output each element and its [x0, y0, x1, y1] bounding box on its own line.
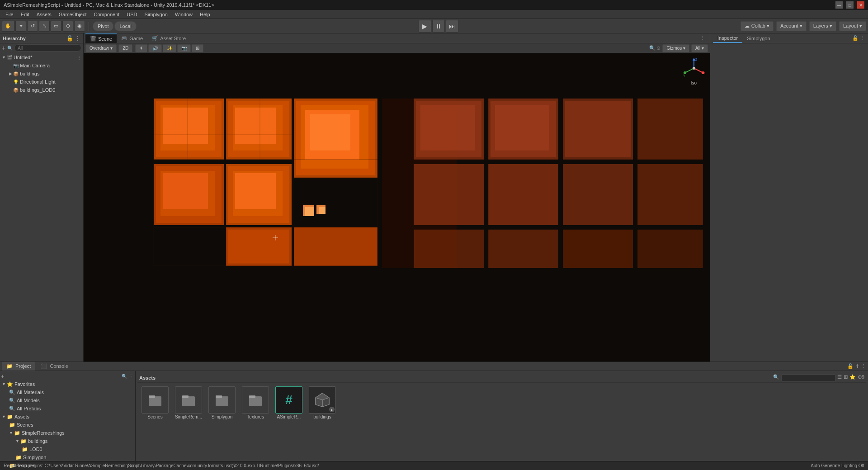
menu-edit[interactable]: Edit — [17, 11, 33, 18]
draw-mode-button[interactable]: Overdraw ▾ — [85, 44, 117, 52]
pt-label-buildings-sub: buildings — [28, 438, 47, 444]
bottom-menu-icon[interactable]: ⋮ — [861, 363, 866, 369]
pt-buildings-sub[interactable]: ▼ 📁 buildings — [0, 437, 135, 445]
hierarchy-item-maincamera[interactable]: ▶ 📷 Main Camera — [0, 61, 83, 70]
bottom-maximize-icon[interactable]: ⬆ — [855, 363, 859, 369]
scene-view[interactable]: Z X Y Iso — [84, 53, 710, 362]
camera-icon: 📷 — [13, 63, 19, 68]
menu-component[interactable]: Component — [90, 11, 123, 18]
asset-textures-label: Textures — [247, 414, 264, 419]
tab-game[interactable]: 🎮 Game — [117, 33, 147, 43]
inspector-tab-label: Inspector — [717, 35, 738, 41]
tab-project[interactable]: 📁 Project — [2, 362, 35, 371]
asset-buildings[interactable]: ▶ buildings — [307, 386, 338, 419]
project-menu-icon[interactable]: ⋮ — [129, 374, 133, 379]
scene-camera-button[interactable]: 📷 — [177, 44, 191, 52]
pt-assets[interactable]: ▼ 📁 Assets — [0, 413, 135, 421]
transform-tool-button[interactable]: ⊕ — [62, 21, 73, 32]
menu-usd[interactable]: USD — [123, 11, 141, 18]
arrow-simpleremeshings: ▼ — [9, 431, 13, 435]
hand-tool-button[interactable]: ✋ — [2, 21, 14, 32]
rotate-tool-button[interactable]: ↺ — [27, 21, 38, 32]
account-button[interactable]: Account ▾ — [776, 21, 807, 31]
pause-button[interactable]: ⏸ — [432, 20, 445, 33]
asset-simplygon[interactable]: Simplygon — [206, 386, 238, 419]
2d-mode-button[interactable]: 2D — [118, 44, 132, 52]
pt-favorites[interactable]: ▼ ⭐ Favorites — [0, 380, 135, 388]
assets-list-icon[interactable]: ☰ — [837, 374, 842, 381]
lighting-button[interactable]: ☀ — [135, 44, 147, 52]
pt-lod0[interactable]: 📁 LOD0 — [0, 445, 135, 453]
hierarchy-lock-icon[interactable]: 🔓 — [66, 35, 73, 42]
collab-label: Collab ▾ — [751, 23, 769, 29]
search-layers-btn[interactable]: ⊙ — [656, 45, 660, 51]
minimize-button[interactable]: — — [835, 1, 843, 9]
hierarchy-label-maincamera: Main Camera — [20, 63, 50, 68]
layers-filter-button[interactable]: All ▾ — [691, 44, 708, 52]
hierarchy-search-input[interactable] — [14, 44, 81, 52]
assets-search-input[interactable] — [781, 374, 835, 381]
tab-console[interactable]: ⬛ Console — [36, 362, 72, 371]
svg-rect-41 — [563, 230, 633, 268]
menu-window[interactable]: Window — [171, 11, 196, 18]
menu-help[interactable]: Help — [196, 11, 214, 18]
svg-text:X: X — [703, 71, 705, 75]
axis-gizmo[interactable]: Z X Y Iso — [681, 57, 706, 89]
scene-tab-menu[interactable]: ⋮ — [698, 35, 708, 41]
custom-tool-button[interactable]: ◉ — [74, 21, 85, 32]
hierarchy-item-menu[interactable]: ⋮ — [77, 55, 83, 60]
search-models-icon: 🔍 — [9, 398, 15, 404]
pt-allmaterials[interactable]: 🔍 All Materials — [0, 388, 135, 396]
menu-assets[interactable]: Assets — [33, 11, 55, 18]
right-panel-icons: 🔓 ⋮ — [852, 35, 865, 41]
tab-simplygon[interactable]: Simplygon — [742, 34, 774, 42]
menu-file[interactable]: File — [2, 11, 17, 18]
menu-simplygon[interactable]: Simplygon — [141, 11, 171, 18]
maximize-button[interactable]: □ — [846, 1, 854, 9]
rect-tool-button[interactable]: ▭ — [51, 21, 61, 32]
tab-inspector[interactable]: Inspector — [713, 34, 742, 43]
tab-scene[interactable]: 🎬 Scene — [85, 33, 117, 43]
hierarchy-add-icon[interactable]: + — [2, 44, 5, 52]
assets-toolbar: 🔍 ☰ ⊞ ⭐ ⊙9 — [773, 374, 864, 381]
hierarchy-menu-icon[interactable]: ⋮ — [75, 35, 80, 42]
close-button[interactable]: ✕ — [857, 1, 864, 9]
pivot-button[interactable]: Pivot — [93, 21, 113, 31]
gizmos-button[interactable]: Gizmos ▾ — [662, 44, 689, 52]
scale-tool-button[interactable]: ⤡ — [39, 21, 50, 32]
hierarchy-item-untitled[interactable]: ▼ 🎬 Untitled* ⋮ — [0, 53, 83, 61]
collab-button[interactable]: ☁ Collab ▾ — [741, 21, 774, 31]
hierarchy-item-buildings[interactable]: ▶ 📦 buildings — [0, 70, 83, 78]
asset-textures[interactable]: Textures — [240, 386, 271, 419]
pt-scenes[interactable]: 📁 Scenes — [0, 421, 135, 429]
bottom-lock-icon[interactable]: 🔓 — [847, 363, 854, 369]
asset-scenes[interactable]: Scenes — [139, 386, 171, 419]
asset-asimpler[interactable]: # ASimpleR... — [273, 386, 305, 419]
assets-star-icon[interactable]: ⭐ — [849, 374, 856, 381]
play-button[interactable]: ▶ — [419, 20, 431, 33]
project-add-button[interactable]: + — [1, 373, 5, 380]
move-tool-button[interactable]: ✦ — [15, 21, 26, 32]
pt-simpleremeshings[interactable]: ▼ 📁 SimpleRemeshings — [0, 429, 135, 437]
pt-allprefabs[interactable]: 🔍 All Prefabs — [0, 404, 135, 413]
layout-button[interactable]: Layout ▾ — [839, 21, 866, 31]
inspector-menu-icon[interactable]: ⋮ — [860, 35, 865, 41]
pt-allmodels[interactable]: 🔍 All Models — [0, 396, 135, 404]
menu-gameobject[interactable]: GameObject — [55, 11, 90, 18]
local-button[interactable]: Local — [114, 21, 136, 31]
star-icon: ⭐ — [7, 381, 13, 387]
asset-asimpler-label: ASimpleR... — [277, 414, 301, 419]
pt-simplygon-sub[interactable]: 📁 Simplygon — [0, 453, 135, 461]
layers-button[interactable]: Layers ▾ — [809, 21, 836, 31]
tab-assetstore[interactable]: 🛒 Asset Store — [147, 33, 190, 43]
grid-button[interactable]: ⊞ — [192, 44, 203, 52]
inspector-lock-icon[interactable]: 🔓 — [852, 35, 859, 41]
fx-button[interactable]: ✨ — [163, 44, 176, 52]
hierarchy-item-dirlight[interactable]: ▶ 💡 Directional Light — [0, 78, 83, 86]
hierarchy-item-buildingslod0[interactable]: ▶ 📦 buildings_LOD0 — [0, 86, 83, 94]
asset-simplerem[interactable]: SimpleRem... — [173, 386, 204, 419]
hierarchy-content: ▼ 🎬 Untitled* ⋮ ▶ 📷 Main Camera ▶ 📦 buil… — [0, 52, 83, 362]
step-button[interactable]: ⏭ — [446, 20, 458, 33]
assets-grid-icon[interactable]: ⊞ — [844, 374, 848, 381]
audio-button[interactable]: 🔊 — [148, 44, 162, 52]
